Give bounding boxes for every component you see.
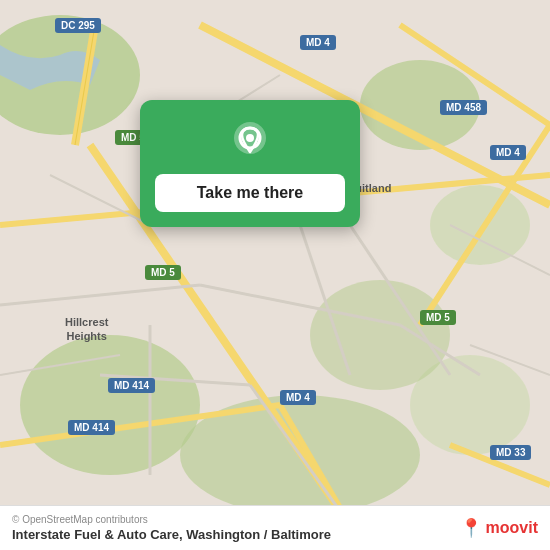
bottom-bar-left: © OpenStreetMap contributors Interstate … [12,514,331,542]
location-title: Interstate Fuel & Auto Care, Washington … [12,527,331,542]
badge-md4-top: MD 4 [300,35,336,50]
svg-point-7 [310,280,450,390]
moovit-logo: 📍 moovit [460,517,538,539]
take-me-there-button[interactable]: Take me there [155,174,345,212]
badge-md414-left: MD 414 [108,378,155,393]
badge-md414-bottom: MD 414 [68,420,115,435]
map-svg [0,0,550,550]
svg-point-34 [246,134,254,142]
moovit-pin-icon: 📍 [460,517,482,539]
bottom-info-bar: © OpenStreetMap contributors Interstate … [0,505,550,550]
badge-md4-right: MD 4 [490,145,526,160]
label-hillcrest: HillcrestHeights [65,315,108,344]
badge-md33: MD 33 [490,445,531,460]
badge-md4-bottom: MD 4 [280,390,316,405]
location-pin-icon [228,120,272,164]
badge-md458: MD 458 [440,100,487,115]
moovit-brand-name: moovit [486,519,538,537]
map-container: DC 295 MD 4 MD 5 MD 5 MD 458 MD 4 MD 5 M… [0,0,550,550]
badge-dc295: DC 295 [55,18,101,33]
badge-md5-mid: MD 5 [145,265,181,280]
badge-md5-right: MD 5 [420,310,456,325]
location-popup: Take me there [140,100,360,227]
copyright-text: © OpenStreetMap contributors [12,514,331,525]
svg-point-3 [430,185,530,265]
